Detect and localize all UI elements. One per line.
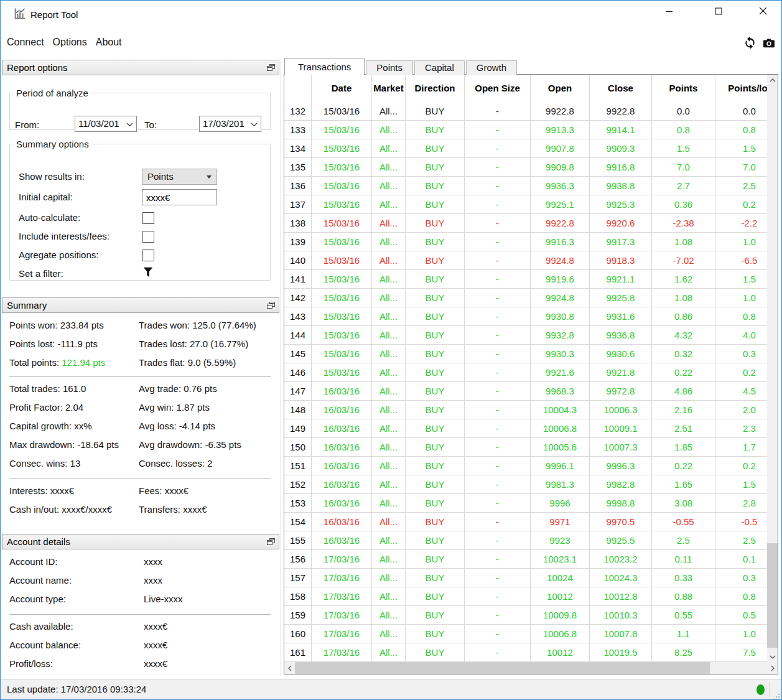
from-date-value: 11/03/201 [78,118,119,129]
float-window-icon[interactable] [267,64,275,72]
table-row[interactable]: 13815/03/16All...BUY-9922.89920.6-2.38-2… [284,214,767,233]
float-window-icon[interactable] [267,302,275,309]
cell-points: 0.0 [652,102,715,121]
table-row[interactable]: 13215/03/16All...BUY-9922.89922.80.00.0 [284,102,767,121]
cell-open-size: - [465,531,531,550]
horizontal-scrollbar[interactable] [284,662,778,674]
cell-points: 0.55 [652,606,715,625]
column-header-market[interactable]: Market [372,75,406,102]
column-header-points-lot[interactable]: Points/lot [715,75,767,102]
cell-open-size: - [465,214,531,233]
menu-connect[interactable]: Connect [7,29,44,55]
cell-open-size: - [465,121,531,139]
cell-direction: BUY [406,531,465,550]
menu-about[interactable]: About [96,29,122,55]
close-button[interactable] [748,1,777,21]
cell-points-lot: 2.8 [715,494,767,513]
tab-capital[interactable]: Capital [414,60,465,75]
column-header-rownum[interactable] [284,75,312,102]
table-row[interactable]: 15116/03/16All...BUY-9996.19996.30.220.2 [284,457,767,475]
table-row[interactable]: 15016/03/16All...BUY-10005.610007.31.851… [284,438,767,457]
summary-title: Summary [7,300,47,310]
include-interests-checkbox[interactable] [142,231,154,243]
scroll-left-arrow[interactable] [284,662,295,674]
table-row[interactable]: 14415/03/16All...BUY-9932.89936.84.324.0 [284,326,767,345]
resize-grip[interactable] [773,692,780,699]
cell-market: All... [372,251,406,270]
cell-close: 9925.5 [590,531,652,550]
table-row[interactable]: 14015/03/16All...BUY-9924.89918.3-7.02-6… [284,251,767,270]
cell-points: 1.65 [652,475,715,494]
minimize-button[interactable] [655,1,684,21]
tab-growth[interactable]: Growth [466,60,517,75]
show-results-dropdown[interactable]: Points [142,169,217,185]
agregate-positions-checkbox[interactable] [142,250,154,261]
auto-calculate-checkbox[interactable] [142,212,154,224]
column-header-direction[interactable]: Direction [406,75,465,102]
float-window-icon[interactable] [267,538,275,546]
column-header-points[interactable]: Points [652,75,715,102]
cell-points: 0.8 [652,121,715,139]
vertical-scrollbar[interactable] [767,75,778,662]
column-header-close[interactable]: Close [590,75,652,102]
tab-points[interactable]: Points [366,60,413,75]
column-header-open-size[interactable]: Open Size [465,75,531,102]
cell-open-size: - [465,270,531,289]
column-header-date[interactable]: Date [312,75,372,102]
cell-date: 15/03/16 [312,307,372,326]
table-row[interactable]: 14315/03/16All...BUY-9930.89931.60.860.8 [284,307,767,326]
tab-transactions[interactable]: Transactions [284,58,365,75]
table-row[interactable]: 15817/03/16All...BUY-1001210012.80.880.8 [284,587,767,606]
table-row[interactable]: 13915/03/16All...BUY-9916.39917.31.081.0 [284,233,767,251]
initial-capital-input[interactable] [142,189,217,205]
table-row[interactable]: 15516/03/16All...BUY-99239925.52.52.5 [284,531,767,550]
table-row[interactable]: 15717/03/16All...BUY-1002410024.30.330.3 [284,569,767,587]
column-header-open[interactable]: Open [531,75,590,102]
refresh-icon[interactable] [743,35,757,50]
table-row[interactable]: 14515/03/16All...BUY-9930.39930.60.320.3 [284,345,767,363]
table-row[interactable]: 14115/03/16All...BUY-9919.69921.11.621.5 [284,270,767,289]
cell-points: 0.33 [652,569,715,587]
scroll-right-arrow[interactable] [767,662,778,674]
table-row[interactable]: 13315/03/16All...BUY-9913.39914.10.80.8 [284,121,767,139]
cell-date: 16/03/16 [312,438,372,457]
table-row[interactable]: 14716/03/16All...BUY-9968.39972.84.864.5 [284,382,767,401]
vertical-scroll-thumb[interactable] [767,543,778,648]
cell-open: 9930.8 [531,307,590,326]
table-row[interactable]: 15316/03/16All...BUY-99969998.83.082.8 [284,494,767,513]
table-row[interactable]: 14816/03/16All...BUY-10004.310006.32.162… [284,401,767,419]
camera-icon[interactable] [762,36,776,50]
cell-direction: BUY [406,139,465,158]
filter-icon[interactable] [143,267,153,278]
table-row[interactable]: 13715/03/16All...BUY-9925.19925.30.360.2 [284,195,767,214]
horizontal-scroll-thumb[interactable] [295,662,710,674]
from-date-combobox[interactable]: 11/03/201 [75,116,137,132]
menu-options[interactable]: Options [53,29,87,55]
table-row[interactable]: 14615/03/16All...BUY-9921.69921.80.220.2 [284,363,767,382]
account-field-value: xxxx [144,553,281,571]
table-row[interactable]: 15416/03/16All...BUY-99719970.5-0.55-0.5 [284,513,767,531]
table-row[interactable]: 16017/03/16All...BUY-10006.810007.81.11.… [284,625,767,643]
scroll-up-arrow[interactable] [767,75,778,85]
to-date-combobox[interactable]: 17/03/201 [199,116,261,132]
table-row[interactable]: 16117/03/16All...BUY-1001210019.58.257.5 [284,643,767,662]
table-row[interactable]: 15917/03/16All...BUY-10009.810010.30.550… [284,606,767,625]
table-row[interactable]: 14916/03/16All...BUY-10006.810009.12.512… [284,419,767,438]
maximize-button[interactable] [704,1,733,21]
scroll-down-arrow[interactable] [767,651,778,662]
cell-rownum: 134 [284,139,312,158]
table-row[interactable]: 13615/03/16All...BUY-9936.39938.82.72.5 [284,177,767,195]
table-row[interactable]: 15216/03/16All...BUY-9981.39982.81.651.5 [284,475,767,494]
table-row[interactable]: 15617/03/16All...BUY-10023.110023.20.110… [284,550,767,569]
cell-open: 10023.1 [531,550,590,569]
cell-open-size: - [465,475,531,494]
table-row[interactable]: 13415/03/16All...BUY-9907.89909.31.51.5 [284,139,767,158]
cell-direction: BUY [406,363,465,382]
cell-market: All... [372,139,406,158]
table-row[interactable]: 14215/03/16All...BUY-9924.89925.81.081.0 [284,289,767,307]
table-row[interactable]: 13515/03/16All...BUY-9909.89916.87.07.0 [284,158,767,177]
cell-open-size: - [465,177,531,195]
cell-points: 2.5 [652,531,715,550]
cell-market: All... [372,401,406,419]
cell-close: 9921.8 [590,363,652,382]
